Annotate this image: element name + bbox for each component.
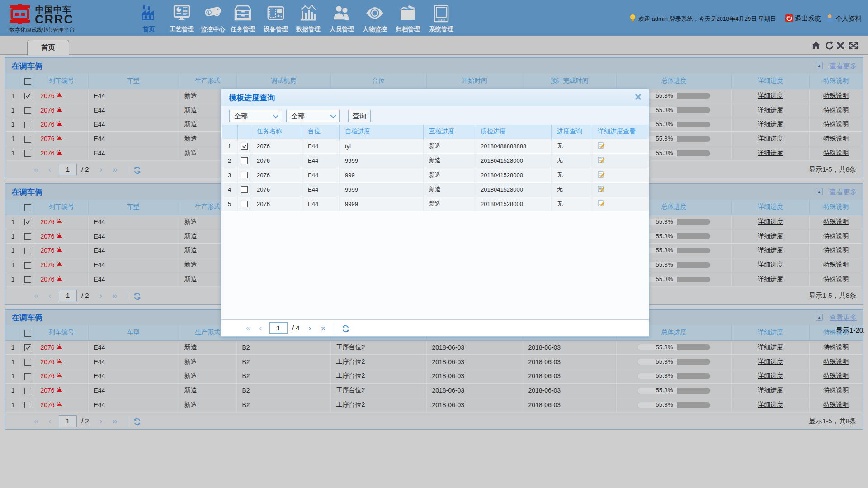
svg-text:HI◈IH: HI◈IH — [438, 19, 445, 21]
